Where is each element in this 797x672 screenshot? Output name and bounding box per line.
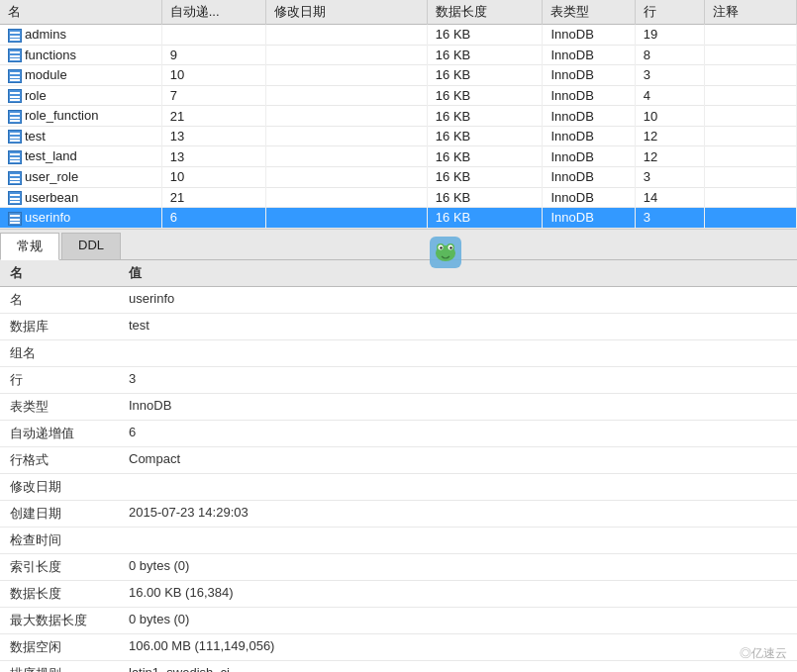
table-row[interactable]: role_function 21 16 KB InnoDB 10 (0, 106, 797, 127)
table-icon (8, 29, 22, 43)
prop-value (119, 339, 797, 366)
table-row[interactable]: userbean 21 16 KB InnoDB 14 (0, 187, 797, 208)
svg-point-6 (440, 246, 442, 248)
col-header-modified: 修改日期 (265, 0, 427, 25)
prop-key: 创建日期 (0, 500, 119, 527)
prop-value: test (119, 313, 797, 339)
col-header-name: 名 (0, 0, 161, 25)
prop-value (119, 473, 797, 500)
table-icon (8, 89, 22, 103)
table-list: 名 自动递... 修改日期 数据长度 表类型 行 注释 admins 16 KB… (0, 0, 797, 229)
prop-key: 修改日期 (0, 473, 119, 500)
prop-key: 行格式 (0, 446, 119, 473)
tab-general[interactable]: 常规 (0, 233, 59, 260)
prop-key: 名 (0, 286, 119, 313)
property-row: 行格式 Compact (0, 446, 797, 473)
properties-table: 名 值 名 userinfo 数据库 test 组名 行 3 表类型 InnoD… (0, 260, 797, 672)
col-header-type: 表类型 (543, 0, 635, 25)
prop-key: 表类型 (0, 393, 119, 420)
prop-value: 2015-07-23 14:29:03 (119, 500, 797, 527)
prop-key: 数据库 (0, 313, 119, 339)
prop-value: latin1_swedish_ci (119, 660, 797, 672)
prop-value: 16.00 KB (16,384) (119, 580, 797, 607)
property-row: 排序规则 latin1_swedish_ci (0, 660, 797, 672)
prop-value: 0 bytes (0) (119, 553, 797, 580)
prop-key: 行 (0, 366, 119, 393)
table-icon (8, 212, 22, 226)
table-row[interactable]: userinfo 6 16 KB InnoDB 3 (0, 208, 797, 229)
watermark: ◎亿速云 (740, 645, 787, 662)
table-row[interactable]: user_role 10 16 KB InnoDB 3 (0, 166, 797, 187)
prop-key: 自动递增值 (0, 420, 119, 446)
tab-ddl[interactable]: DDL (61, 233, 121, 259)
col-header-size: 数据长度 (427, 0, 543, 25)
table-icon (8, 150, 22, 164)
prop-value: 106.00 MB (111,149,056) (119, 633, 797, 660)
prop-value: 0 bytes (0) (119, 607, 797, 633)
table-icon (8, 48, 22, 62)
table-row[interactable]: test_land 13 16 KB InnoDB 12 (0, 146, 797, 167)
prop-value: Compact (119, 446, 797, 473)
table-row[interactable]: test 13 16 KB InnoDB 12 (0, 126, 797, 146)
table-row[interactable]: module 10 16 KB InnoDB 3 (0, 65, 797, 86)
prop-value: userinfo (119, 286, 797, 313)
prop-key: 数据空闲 (0, 633, 119, 660)
table-icon (8, 171, 22, 185)
table-icon (8, 69, 22, 83)
prop-value: InnoDB (119, 393, 797, 420)
svg-point-7 (449, 246, 451, 248)
table-row[interactable]: functions 9 16 KB InnoDB 8 (0, 45, 797, 65)
col-header-auto: 自动递... (161, 0, 265, 25)
table-icon (8, 110, 22, 124)
table-row[interactable]: role 7 16 KB InnoDB 4 (0, 85, 797, 106)
property-row: 行 3 (0, 366, 797, 393)
property-row: 索引长度 0 bytes (0) (0, 553, 797, 580)
property-row: 组名 (0, 339, 797, 366)
col-header-comment: 注释 (704, 0, 796, 25)
table-icon (8, 191, 22, 205)
property-row: 自动递增值 6 (0, 420, 797, 446)
prop-value: 6 (119, 420, 797, 446)
prop-key: 排序规则 (0, 660, 119, 672)
property-row: 表类型 InnoDB (0, 393, 797, 420)
property-row: 数据长度 16.00 KB (16,384) (0, 580, 797, 607)
frog-icon (428, 235, 463, 270)
property-row: 最大数据长度 0 bytes (0) (0, 607, 797, 633)
prop-key: 检查时间 (0, 527, 119, 553)
table-row[interactable]: admins 16 KB InnoDB 19 (0, 25, 797, 46)
property-row: 数据库 test (0, 313, 797, 339)
property-row: 修改日期 (0, 473, 797, 500)
prop-value (119, 527, 797, 553)
property-row: 检查时间 (0, 527, 797, 553)
property-row: 数据空闲 106.00 MB (111,149,056) (0, 633, 797, 660)
property-row: 创建日期 2015-07-23 14:29:03 (0, 500, 797, 527)
prop-key: 索引长度 (0, 553, 119, 580)
col-header-rows: 行 (635, 0, 704, 25)
prop-key: 组名 (0, 339, 119, 366)
prop-key: 数据长度 (0, 580, 119, 607)
prop-value: 3 (119, 366, 797, 393)
prop-key: 最大数据长度 (0, 607, 119, 633)
table-icon (8, 130, 22, 144)
tabs-bar: 常规 DDL (0, 230, 797, 260)
prop-col-name: 名 (0, 260, 119, 287)
property-row: 名 userinfo (0, 286, 797, 313)
